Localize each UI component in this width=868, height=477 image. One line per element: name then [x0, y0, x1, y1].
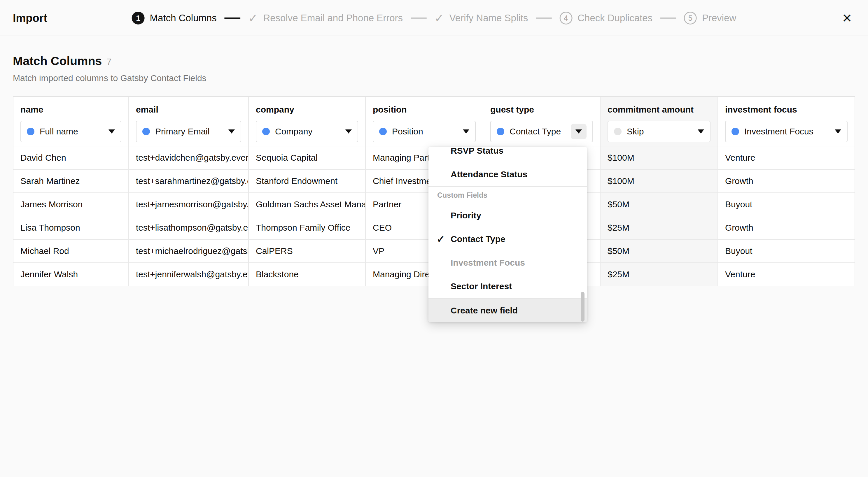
chevron-down-icon: [463, 129, 469, 133]
menu-item-rsvp-status[interactable]: RSVP Status: [429, 147, 587, 162]
menu-item-investment-focus: Investment Focus: [429, 251, 587, 274]
field-select-investment-focus[interactable]: Investment Focus: [725, 121, 847, 142]
step-1-label: Match Columns: [150, 12, 217, 24]
cell-name: Sarah Martinez: [13, 169, 129, 192]
step-4-label: Check Duplicates: [578, 12, 652, 24]
cell-investment-focus: Buyout: [718, 192, 855, 216]
source-column-label: commitment amount: [608, 104, 711, 115]
modal-title: Import: [13, 0, 47, 36]
field-select-commitment-amount[interactable]: Skip: [608, 121, 711, 142]
step-connector: [660, 18, 676, 19]
menu-item-create-new-field[interactable]: Create new field: [429, 298, 587, 322]
cell-email: test+jamesmorrison@gatsby.: [129, 192, 249, 216]
cell-investment-focus: Venture: [718, 262, 855, 286]
chevron-down-icon: [698, 129, 704, 133]
cell-commitment-amount: $100M: [600, 169, 718, 192]
mapped-dot-icon: [497, 128, 504, 135]
step-4-badge: 4: [559, 12, 572, 25]
step-preview[interactable]: 5 Preview: [684, 12, 736, 25]
cell-email: test+michaelrodriguez@gatsb: [129, 239, 249, 262]
column-count-badge: 7: [106, 57, 112, 67]
dropdown-scrollbar-thumb[interactable]: [581, 292, 585, 322]
skip-dot-icon: [614, 128, 622, 135]
field-select-position[interactable]: Position: [373, 121, 476, 142]
step-verify-name-splits[interactable]: ✓ Verify Name Splits: [434, 12, 528, 24]
cell-name: Michael Rod: [13, 239, 129, 262]
field-select-name[interactable]: Full name: [21, 121, 121, 142]
import-stepper: 1 Match Columns ✓ Resolve Email and Phon…: [132, 0, 737, 36]
header-cell-investment-focus: investment focus Investment Focus: [718, 97, 855, 146]
check-icon: ✓: [437, 233, 445, 245]
step-3-label: Verify Name Splits: [450, 12, 528, 24]
cell-commitment-amount: $25M: [600, 262, 718, 286]
cell-commitment-amount: $25M: [600, 216, 718, 239]
cell-company: Blackstone: [249, 262, 366, 286]
modal-header: Import 1 Match Columns ✓ Resolve Email a…: [0, 0, 868, 36]
import-modal: Import 1 Match Columns ✓ Resolve Email a…: [0, 0, 868, 477]
menu-section-custom-fields: Custom Fields: [429, 186, 587, 203]
chevron-down-icon: [108, 129, 115, 133]
step-connector: [224, 18, 241, 19]
cell-company: Sequoia Capital: [249, 146, 366, 169]
step-check-duplicates[interactable]: 4 Check Duplicates: [559, 12, 652, 25]
header-cell-position: position Position: [366, 97, 483, 146]
header-cell-guest-type: guest type Contact Type: [483, 97, 600, 146]
cell-commitment-amount: $50M: [600, 192, 718, 216]
cell-email: test+lisathompson@gatsby.e: [129, 216, 249, 239]
cell-commitment-amount: $100M: [600, 146, 718, 169]
chevron-down-icon: [576, 129, 582, 133]
chevron-down-icon: [228, 129, 235, 133]
cell-company: Stanford Endowment: [249, 169, 366, 192]
cell-email: test+jenniferwalsh@gatsby.ev: [129, 262, 249, 286]
source-column-label: email: [136, 104, 241, 115]
cell-investment-focus: Growth: [718, 216, 855, 239]
chevron-button[interactable]: [571, 124, 587, 139]
field-dropdown-list: RSVP Status Attendance Status Custom Fie…: [429, 147, 587, 322]
cell-email: test+sarahmartinez@gatsby.e: [129, 169, 249, 192]
menu-item-attendance-status[interactable]: Attendance Status: [429, 162, 587, 186]
cell-name: Lisa Thompson: [13, 216, 129, 239]
source-column-label: position: [373, 104, 476, 115]
header-cell-company: company Company: [249, 97, 366, 146]
mapped-dot-icon: [142, 128, 150, 135]
step-5-badge: 5: [684, 12, 697, 25]
mapped-dot-icon: [379, 128, 387, 135]
cell-company: Thompson Family Office: [249, 216, 366, 239]
step-1-badge: 1: [132, 12, 145, 25]
check-icon: ✓: [434, 12, 444, 24]
cell-email: test+davidchen@gatsby.even: [129, 146, 249, 169]
cell-investment-focus: Buyout: [718, 239, 855, 262]
step-match-columns[interactable]: 1 Match Columns: [132, 12, 217, 25]
menu-item-priority[interactable]: Priority: [429, 203, 587, 227]
header-cell-name: name Full name: [13, 97, 129, 146]
close-icon[interactable]: ✕: [838, 0, 856, 36]
step-5-label: Preview: [702, 12, 736, 24]
menu-item-contact-type[interactable]: ✓ Contact Type: [429, 227, 587, 251]
mapped-dot-icon: [262, 128, 270, 135]
mapped-dot-icon: [27, 128, 34, 135]
table-header-row: name Full name email Primary Email compa…: [13, 97, 855, 146]
step-connector: [410, 18, 427, 19]
source-column-label: guest type: [490, 104, 593, 115]
step-resolve-errors[interactable]: ✓ Resolve Email and Phone Errors: [248, 12, 403, 24]
cell-investment-focus: Growth: [718, 169, 855, 192]
chevron-down-icon: [835, 129, 841, 133]
field-select-guest-type[interactable]: Contact Type: [490, 121, 593, 142]
header-cell-commitment-amount: commitment amount Skip: [600, 97, 718, 146]
cell-investment-focus: Venture: [718, 146, 855, 169]
page-title: Match Columns: [13, 54, 102, 68]
cell-commitment-amount: $50M: [600, 239, 718, 262]
page-subtitle: Match imported columns to Gatsby Contact…: [13, 73, 207, 83]
source-column-label: name: [21, 104, 121, 115]
cell-name: James Morrison: [13, 192, 129, 216]
cell-name: Jennifer Walsh: [13, 262, 129, 286]
field-dropdown-menu: RSVP Status Attendance Status Custom Fie…: [429, 147, 587, 322]
field-select-email[interactable]: Primary Email: [136, 121, 241, 142]
page-heading: Match Columns 7 Match imported columns t…: [13, 54, 207, 83]
cell-name: David Chen: [13, 146, 129, 169]
field-select-company[interactable]: Company: [256, 121, 358, 142]
step-2-label: Resolve Email and Phone Errors: [263, 12, 403, 24]
chevron-down-icon: [345, 129, 352, 133]
cell-company: Goldman Sachs Asset Manag: [249, 192, 366, 216]
menu-item-sector-interest[interactable]: Sector Interest: [429, 274, 587, 298]
